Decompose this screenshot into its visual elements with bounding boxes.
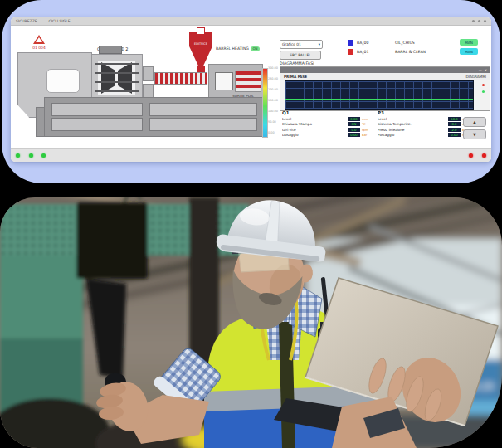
hmi-window: SICUREZZE CICLI SIGLE 01 004 CYCLE FASE …	[11, 17, 491, 162]
legend-swatch-red-icon	[348, 49, 353, 55]
menu-item-sicurezze[interactable]: SICUREZZE	[16, 19, 37, 23]
close-icon[interactable]: ✕	[485, 68, 487, 72]
param-unit: rpm	[362, 128, 373, 132]
param-unit: mm	[362, 117, 373, 121]
param-value: 0.0	[348, 128, 360, 132]
hopper-inlet	[197, 27, 205, 35]
screw-barrel	[154, 72, 207, 85]
warning-triangle-icon	[33, 35, 45, 44]
status-green-light-icon	[16, 153, 20, 158]
plot-horizontal-cursor	[285, 99, 473, 100]
machine-nameplate	[99, 46, 122, 54]
legend-row: BA_00 CIL_CHIUS MAN	[348, 39, 478, 46]
hmi-main: 01 004 CYCLE FASE 2 EDITFICE BARREL HEAT…	[11, 26, 491, 148]
param-unit: °C	[362, 122, 373, 126]
plot-vertical-cursor	[402, 81, 402, 109]
hmi-statusbar	[11, 148, 491, 162]
q1-panel: Q1 Level 0.00 mm Chiusura Stampo ON °C G…	[282, 110, 373, 138]
param-row: Dosaggio 0.00 bar	[282, 133, 373, 139]
legend-state-badge: MAN	[460, 39, 478, 46]
status-red-light-icon	[469, 153, 473, 158]
worker-photo-svg: 8-29	[0, 197, 502, 448]
legend-state-badge: MAN	[460, 48, 478, 55]
status-red-light-icon	[482, 153, 486, 158]
barrel-on-badge: ON	[251, 46, 260, 51]
alarm-code: 01 004	[21, 46, 57, 50]
chevron-down-icon: ▾	[319, 42, 320, 46]
phase-graph-window: — ✕ PRIMA FASE DIAGRAMMI	[280, 66, 490, 111]
phase-plot	[285, 80, 474, 110]
param-row: Level 50.0 mm	[378, 116, 474, 122]
legend-desc: BARRL & CLEAN	[395, 50, 460, 54]
hmi-titlebar: SICUREZZE CICLI SIGLE	[11, 17, 491, 26]
phase-diagram-label: DIAGRAMMA FASI	[280, 61, 314, 66]
status-green-light-icon	[41, 153, 46, 158]
param-label: Level	[282, 117, 348, 121]
hmi-card: SICUREZZE CICLI SIGLE 01 004 CYCLE FASE …	[2, 0, 500, 183]
graph-select-dropdown[interactable]: Grafico 01 ▾	[280, 40, 323, 49]
menu-item-cicli[interactable]: CICLI SIGLE	[49, 19, 71, 23]
param-label: Dosaggio	[282, 133, 348, 137]
param-row: Giri vite 0.0 rpm	[282, 127, 373, 133]
param-label: Sistema Temporizz.	[378, 122, 448, 126]
legend-label: BA_00	[357, 41, 395, 45]
param-label: Postaggio	[378, 133, 448, 137]
legend-row: BA_01 BARRL & CLEAN MAN	[348, 48, 478, 55]
arrow-up-button[interactable]: ▲	[463, 117, 486, 127]
arrow-down-button[interactable]: ▼	[463, 129, 486, 139]
param-value: 0.0	[448, 122, 461, 126]
param-value: 0.00	[348, 133, 360, 137]
machine-schematic: 01 004 CYCLE FASE 2 EDITFICE BARREL HEAT…	[11, 26, 261, 148]
param-value: 0.00	[348, 117, 360, 121]
graph-titlebar: — ✕	[280, 67, 490, 73]
value-stepper: ▲ ▼	[463, 117, 485, 142]
param-label: Chiusura Stampo	[282, 122, 348, 126]
param-value: 0.00	[448, 133, 461, 137]
page: { "hmi": { "titlebar": { "menu_items": […	[0, 0, 502, 448]
param-row: Chiusura Stampo ON °C	[282, 122, 373, 128]
sync-button[interactable]: SRC PALLEL	[280, 51, 321, 60]
param-unit: bar	[362, 133, 373, 137]
minimize-icon[interactable]: —	[479, 68, 482, 72]
p3-title: P3	[378, 110, 474, 115]
graph-corner-label: DIAGRAMMI	[465, 75, 486, 79]
window-dot-icon[interactable]	[472, 20, 475, 22]
legend-swatch-blue-icon	[348, 40, 353, 46]
status-green-light-icon	[29, 153, 33, 158]
q1-title: Q1	[282, 110, 373, 115]
param-row: Level 0.00 mm	[282, 116, 373, 122]
color-scale	[262, 68, 268, 138]
param-label: Level	[378, 117, 448, 121]
mold-platen-unit	[91, 54, 143, 102]
param-row: Postaggio 0.00 mm	[378, 133, 474, 139]
legend-label: BA_01	[357, 50, 395, 54]
legend-desc: CIL_CHIUS	[395, 41, 460, 45]
param-value: 50.0	[448, 117, 461, 121]
param-row: Sistema Temporizz. 0.0 s	[378, 122, 474, 128]
hopper	[189, 32, 212, 67]
red-dot-icon	[482, 84, 485, 86]
window-dot-icon[interactable]	[478, 20, 480, 22]
hopper-neck	[197, 66, 205, 72]
window-dot-icon[interactable]	[484, 20, 486, 22]
p3-panel: P3 Level 50.0 mm Sistema Temporizz. 0.0 …	[378, 110, 474, 138]
hopper-label: EDITFICE	[188, 42, 214, 46]
param-row: Press. iniezione 2.0 bar	[378, 127, 474, 133]
green-dot-icon	[482, 90, 485, 93]
carriage-blocks	[143, 66, 154, 99]
black-control-box	[76, 202, 148, 279]
graph-header: PRIMA FASE DIAGRAMMI	[280, 73, 490, 80]
graph-title: PRIMA FASE	[284, 75, 307, 79]
param-label: Giri vite	[282, 128, 348, 132]
worker-photo: 8-29	[0, 197, 502, 448]
param-value: ON	[348, 122, 360, 126]
param-value: 2.0	[448, 128, 461, 132]
machine-base	[44, 97, 263, 137]
param-label: Press. iniezione	[378, 128, 448, 132]
barrel-heating-label: BARREL HEATINGON	[216, 46, 260, 51]
window-controls[interactable]	[472, 20, 486, 22]
